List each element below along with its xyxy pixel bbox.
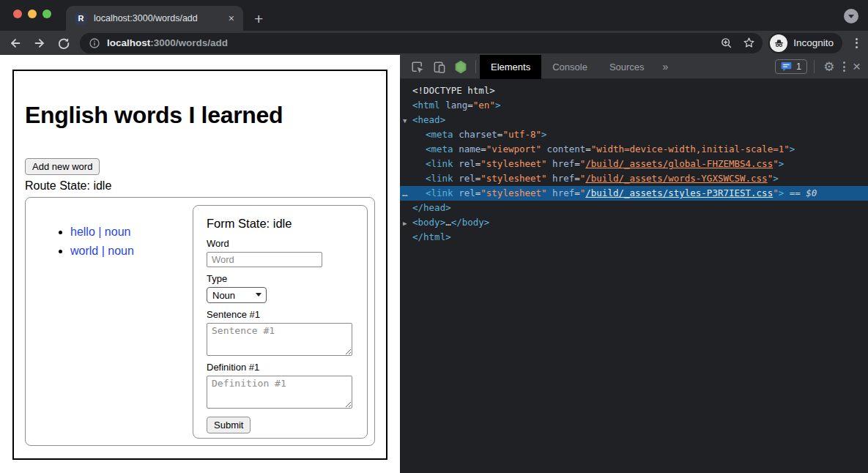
fullscreen-window-button[interactable] — [42, 10, 51, 18]
code-line[interactable]: <html lang="en"> — [400, 98, 868, 113]
tab-sources[interactable]: Sources — [598, 55, 656, 79]
close-window-button[interactable] — [13, 10, 22, 18]
tab-elements[interactable]: Elements — [480, 55, 541, 79]
extension-button[interactable] — [450, 55, 472, 79]
expand-arrow-closed-icon[interactable]: ▶ — [403, 216, 407, 231]
code-token: charset — [453, 129, 497, 140]
code-token: <link — [426, 158, 453, 169]
code-token: <html — [412, 100, 440, 111]
close-tab-icon[interactable]: × — [227, 12, 236, 25]
code-token: </body> — [451, 217, 490, 228]
devtools-code: <!DOCTYPE html><html lang="en">▼<head><m… — [400, 79, 868, 473]
forward-arrow-icon — [33, 37, 46, 50]
code-token: rel — [453, 173, 475, 184]
word-link-hello[interactable]: hello | noun — [70, 226, 130, 238]
content-area: English words I learned Add new word Rou… — [0, 55, 868, 473]
device-toolbar-button[interactable] — [428, 55, 450, 79]
code-token: name — [453, 144, 481, 154]
inspect-element-button[interactable] — [406, 55, 428, 79]
code-token: = — [481, 144, 486, 154]
word-input[interactable] — [207, 252, 322, 267]
code-line[interactable]: </head> — [400, 201, 868, 215]
code-token: "stylesheet" — [481, 187, 546, 198]
tab-console[interactable]: Console — [541, 55, 598, 79]
console-messages-badge[interactable]: 1 — [775, 59, 807, 74]
code-token: "stylesheet" — [481, 158, 546, 169]
incognito-badge[interactable]: Incognito — [768, 33, 842, 53]
list-item: hello | noun — [70, 226, 193, 239]
code-token: /build/_assets/styles-P3R7IEST.css — [585, 187, 773, 198]
page-info-icon[interactable] — [89, 37, 100, 49]
tab-strip: R localhost:3000/words/add × + — [0, 0, 868, 31]
code-token: rel — [453, 187, 475, 198]
definition-label: Definition #1 — [207, 362, 354, 373]
code-token: href — [547, 158, 575, 169]
add-new-word-button[interactable]: Add new word — [25, 158, 100, 175]
code-line[interactable]: ▼<head> — [400, 113, 868, 127]
new-tab-button[interactable]: + — [254, 11, 263, 26]
devtools-toolbar: Elements Console Sources » 1 ⚙ × — [400, 55, 868, 79]
reload-icon — [57, 37, 70, 50]
type-select-wrap: Noun — [207, 287, 267, 303]
code-token: > — [790, 144, 795, 154]
code-token: "viewport" — [486, 144, 541, 154]
code-line[interactable]: <meta charset="utf-8"> — [400, 127, 868, 142]
devtools-settings-button[interactable]: ⚙ — [818, 55, 840, 79]
code-line[interactable]: <meta name="viewport" content="width=dev… — [400, 142, 868, 157]
back-button[interactable] — [6, 34, 25, 53]
code-token: … — [445, 217, 451, 228]
definition-textarea[interactable] — [207, 376, 352, 409]
code-token: <head> — [412, 114, 445, 125]
type-select[interactable]: Noun — [207, 287, 267, 303]
browser-menu-button[interactable] — [853, 35, 861, 51]
code-token: = — [574, 187, 580, 198]
code-line[interactable]: <link rel="stylesheet" href="/build/_ass… — [400, 157, 868, 171]
code-token: lang — [440, 100, 468, 111]
chevron-down-icon — [848, 15, 854, 18]
code-token: <link — [426, 187, 453, 198]
tab-search-button[interactable] — [844, 9, 858, 23]
minimize-window-button[interactable] — [28, 10, 37, 18]
device-toolbar-icon — [432, 60, 446, 74]
devtools-close-button[interactable]: × — [848, 59, 868, 75]
code-line[interactable]: ▶<body>…</body> — [400, 215, 868, 230]
code-token: = — [574, 173, 580, 184]
line-gutter-ellipsis[interactable]: … — [402, 186, 409, 201]
incognito-icon — [774, 38, 784, 48]
code-token: "stylesheet" — [481, 173, 546, 184]
page-container: English words I learned Add new word Rou… — [12, 70, 387, 460]
word-list: hello | noun world | noun — [31, 226, 193, 445]
sentence-textarea[interactable] — [207, 323, 352, 356]
code-line[interactable]: </html> — [400, 230, 868, 245]
code-token: </head> — [412, 202, 451, 213]
sentence-label: Sentence #1 — [207, 309, 354, 320]
address-bar[interactable]: localhost:3000/words/add — [80, 33, 763, 53]
bookmark-star-icon[interactable] — [743, 37, 755, 49]
code-line[interactable]: <link rel="stylesheet" href="/build/_ass… — [400, 171, 868, 186]
submit-button[interactable]: Submit — [207, 417, 251, 433]
message-count: 1 — [796, 62, 801, 72]
code-token: = — [467, 100, 473, 111]
code-token: > — [541, 129, 547, 140]
code-line-selected[interactable]: …<link rel="stylesheet" href="/build/_as… — [400, 186, 868, 201]
forward-button[interactable] — [30, 34, 49, 53]
toolbar-divider — [814, 60, 815, 73]
code-token: </html> — [412, 231, 451, 242]
url-host: localhost — [107, 37, 150, 48]
code-line[interactable]: <!DOCTYPE html> — [400, 83, 868, 98]
devtools-menu-button[interactable] — [840, 59, 848, 75]
web-page: English words I learned Add new word Rou… — [0, 55, 400, 473]
browser-tab[interactable]: R localhost:3000/words/add × — [66, 6, 243, 31]
code-token: <link — [426, 173, 453, 184]
node-hexagon-icon — [454, 60, 467, 74]
more-tabs-button[interactable]: » — [656, 61, 676, 72]
expand-arrow-open-icon[interactable]: ▼ — [403, 113, 407, 128]
window-controls — [13, 10, 51, 18]
code-token: <!DOCTYPE html> — [412, 85, 495, 96]
reload-button[interactable] — [54, 34, 73, 53]
zoom-icon[interactable] — [720, 37, 732, 49]
code-token: " — [773, 187, 779, 198]
type-label: Type — [207, 273, 354, 284]
word-link-world[interactable]: world | noun — [70, 245, 134, 257]
code-token: /build/_assets/global-FHZEMBS4.css — [585, 158, 773, 169]
